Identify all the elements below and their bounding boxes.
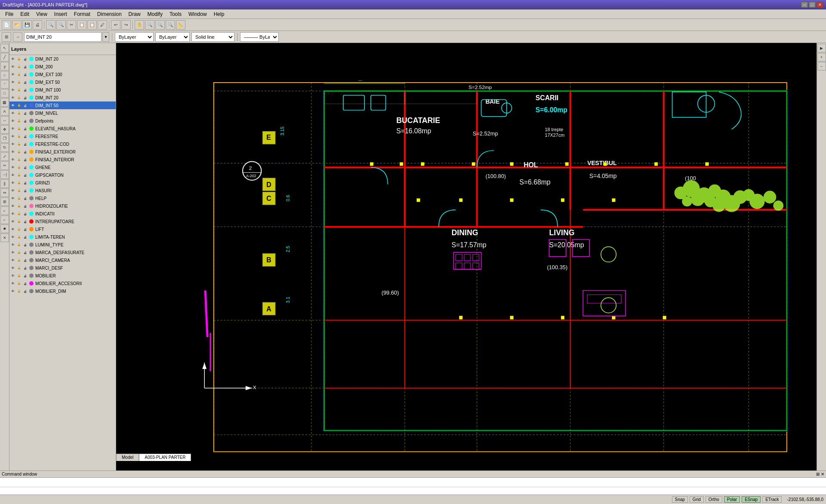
layer-lock-icon[interactable]: 🔓 <box>16 118 22 123</box>
layer-dropdown-arrow[interactable]: ▼ <box>102 32 109 42</box>
layer-visibility-icon[interactable]: 👁 <box>10 242 15 247</box>
layer-lock-icon[interactable]: 🔓 <box>16 211 22 216</box>
etrack-button[interactable]: ETrack <box>762 496 782 503</box>
layer-print-icon[interactable]: 🖨 <box>22 281 28 286</box>
save-button[interactable]: 💾 <box>22 20 32 30</box>
layer-print-icon[interactable]: 🖨 <box>22 203 28 209</box>
layer-visibility-icon[interactable]: 👁 <box>10 211 15 216</box>
layer-row[interactable]: 👁 🔓 🖨 HELP <box>9 194 116 202</box>
zoom-window[interactable]: 🔍 <box>46 20 55 30</box>
layer-row[interactable]: 👁 🔓 🖨 FINISAJ_INTERIOR <box>9 156 116 163</box>
layer-lock-icon[interactable]: 🔓 <box>16 265 22 270</box>
layer-visibility-icon[interactable]: 👁 <box>10 157 15 162</box>
copy-tool[interactable]: ❐ <box>0 134 9 143</box>
layer-props-btn[interactable]: ⊞ <box>2 32 11 42</box>
cad-canvas[interactable]: BUCATARIE S=16.08mp BAIE S=2.52mp S=2.52… <box>116 43 817 504</box>
layer-print-icon[interactable]: 🖨 <box>22 80 28 85</box>
zoom-minus[interactable]: − <box>817 62 826 71</box>
layer-row[interactable]: 👁 🔓 🖨 INTRERUPATOARE <box>9 218 116 225</box>
layer-lock-icon[interactable]: 🔓 <box>16 165 22 170</box>
layer-row[interactable]: 👁 🔓 🖨 LUMINI_TYPE <box>9 241 116 249</box>
layer-visibility-icon[interactable]: 👁 <box>10 188 15 193</box>
layer-print-icon[interactable]: 🖨 <box>22 211 28 216</box>
layer-visibility-icon[interactable]: 👁 <box>10 72 15 77</box>
layer-lock-icon[interactable]: 🔓 <box>16 234 22 240</box>
layer-lock-icon[interactable]: 🔓 <box>16 56 22 61</box>
chamfer-tool[interactable]: ⌐ <box>0 215 9 224</box>
layer-print-icon[interactable]: 🖨 <box>22 111 28 116</box>
open-button[interactable]: 📂 <box>12 20 22 30</box>
mirror-tool[interactable]: ⇔ <box>0 188 9 197</box>
menu-view[interactable]: View <box>33 10 51 18</box>
layer-print-icon[interactable]: 🖨 <box>22 72 28 77</box>
layer-print-icon[interactable]: 🖨 <box>22 250 28 255</box>
polar-button[interactable]: Polar <box>724 496 740 503</box>
layer-row[interactable]: 👁 🔓 🖨 INDICATII <box>9 210 116 218</box>
layer-visibility-icon[interactable]: 👁 <box>10 126 15 131</box>
layer-row[interactable]: 👁 🔓 🖨 GHENE <box>9 163 116 171</box>
layer-row[interactable]: 👁 🔓 🖨 HASURI <box>9 187 116 194</box>
layers-list[interactable]: 👁 🔓 🖨 DIM_INT 20 👁 🔓 🖨 DIM_200 👁 🔓 🖨 DIM… <box>9 55 116 504</box>
layer-visibility-icon[interactable]: 👁 <box>10 56 15 61</box>
layer-print-icon[interactable]: 🖨 <box>22 149 28 154</box>
layer-print-icon[interactable]: 🖨 <box>22 242 28 247</box>
layer-lock-icon[interactable]: 🔓 <box>16 134 22 139</box>
layer-print-icon[interactable]: 🖨 <box>22 289 28 294</box>
layer-lock-icon[interactable]: 🔓 <box>16 172 22 178</box>
layer-lock-icon[interactable]: 🔓 <box>16 72 22 77</box>
menu-file[interactable]: File <box>2 10 17 18</box>
layer-row[interactable]: 👁 🔓 🖨 DIM_EXT 100 <box>9 71 116 78</box>
ortho-button[interactable]: Ortho <box>706 496 722 503</box>
layer-print-icon[interactable]: 🖨 <box>22 157 28 162</box>
layer-row[interactable]: 👁 🔓 🖨 FERESTRE-COD <box>9 140 116 148</box>
select-tool[interactable]: ↖ <box>0 44 9 52</box>
layer-row[interactable]: 👁 🔓 🖨 DIM_INT 100 <box>9 86 116 94</box>
zoom-all[interactable]: 🔍 <box>155 20 165 30</box>
layer-visibility-icon[interactable]: 👁 <box>10 118 15 123</box>
layer-row[interactable]: 👁 🔓 🖨 GIPSCARTON <box>9 171 116 179</box>
layer-print-icon[interactable]: 🖨 <box>22 64 28 69</box>
layer-print-icon[interactable]: 🖨 <box>22 141 28 147</box>
new-button[interactable]: 📄 <box>2 20 11 30</box>
layer-row[interactable]: 👁 🔓 🖨 FERESTRE <box>9 132 116 140</box>
layer-row[interactable]: 👁 🔓 🖨 MARCA_DESFASURATE <box>9 249 116 256</box>
make-current-btn[interactable]: → <box>13 32 22 42</box>
trim-tool[interactable]: ✂ <box>0 161 9 170</box>
layer-print-icon[interactable]: 🖨 <box>22 56 28 61</box>
polyline-tool[interactable]: ╔ <box>0 62 9 71</box>
named-views[interactable]: 📐 <box>176 20 185 30</box>
match-props[interactable]: 🖊 <box>98 20 107 30</box>
layer-lock-icon[interactable]: 🔓 <box>16 141 22 147</box>
zoom-plus[interactable]: + <box>817 53 826 61</box>
layer-visibility-icon[interactable]: 👁 <box>10 273 15 278</box>
command-expand-icon[interactable]: ⊞ ✕ <box>816 472 824 476</box>
layer-dropdown-input[interactable] <box>24 32 102 42</box>
layer-row[interactable]: 👁 🔓 🖨 DIM_200 <box>9 63 116 71</box>
layer-row[interactable]: 👁 🔓 🖨 DIM_INT 50 <box>9 101 116 109</box>
layer-print-icon[interactable]: 🖨 <box>22 234 28 240</box>
layer-row[interactable]: 👁 🔓 🖨 DIM_INT 20 <box>9 55 116 63</box>
layer-print-icon[interactable]: 🖨 <box>22 172 28 178</box>
minimize-button[interactable]: ─ <box>801 2 808 8</box>
layer-lock-icon[interactable]: 🔓 <box>16 289 22 294</box>
layer-visibility-icon[interactable]: 👁 <box>10 80 15 85</box>
layer-lock-icon[interactable]: 🔓 <box>16 180 22 185</box>
layer-print-icon[interactable]: 🖨 <box>22 165 28 170</box>
layer-print-icon[interactable]: 🖨 <box>22 273 28 278</box>
menu-tools[interactable]: Tools <box>166 10 185 18</box>
layer-print-icon[interactable]: 🖨 <box>22 219 28 224</box>
lineweight2-dropdown[interactable]: ——— ByLayer <box>240 32 279 42</box>
layer-print-icon[interactable]: 🖨 <box>22 227 28 232</box>
zoom-prev[interactable]: 🔍 <box>56 20 66 30</box>
layer-visibility-icon[interactable]: 👁 <box>10 180 15 185</box>
layer-lock-icon[interactable]: 🔓 <box>16 203 22 209</box>
menu-insert[interactable]: Insert <box>51 10 71 18</box>
menu-dimension[interactable]: Dimension <box>94 10 125 18</box>
layer-row[interactable]: 👁 🔓 🖨 LIMITA-TEREN <box>9 233 116 241</box>
layer-visibility-icon[interactable]: 👁 <box>10 258 15 263</box>
redo[interactable]: ↪ <box>121 20 131 30</box>
layer-lock-icon[interactable]: 🔓 <box>16 64 22 69</box>
layer-visibility-icon[interactable]: 👁 <box>10 196 15 201</box>
command-input[interactable] <box>2 489 824 493</box>
layer-lock-icon[interactable]: 🔓 <box>16 157 22 162</box>
